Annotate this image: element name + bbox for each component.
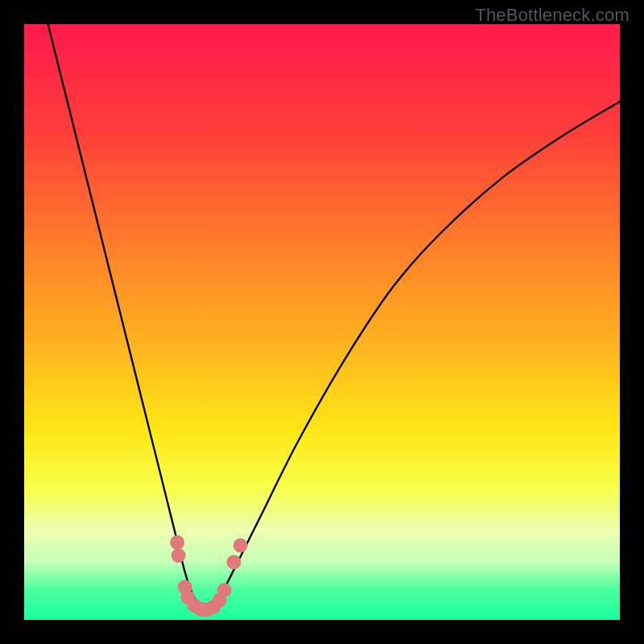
data-marker [233,539,248,553]
bottleneck-curve [48,24,620,609]
watermark-text: TheBottleneck.com [475,5,630,26]
data-marker [171,548,186,563]
frame: TheBottleneck.com [0,0,644,644]
data-marker [226,555,241,569]
marker-group [170,535,247,617]
plot-area [24,24,620,620]
curve-layer [24,24,620,620]
data-marker [217,583,232,597]
data-marker [170,535,184,550]
